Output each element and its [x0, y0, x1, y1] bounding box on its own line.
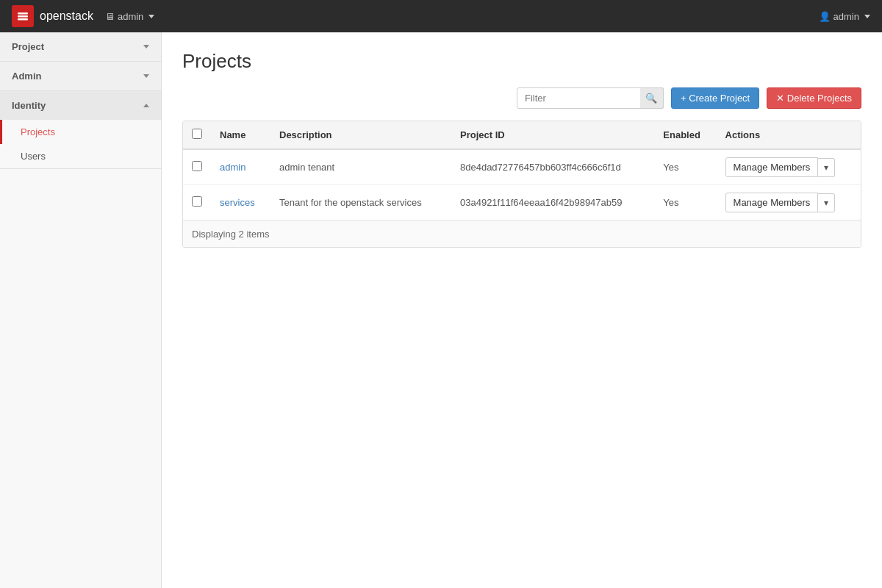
- delete-projects-label: ✕ Delete Projects: [776, 93, 852, 104]
- manage-members-button-0[interactable]: Manage Members: [725, 157, 819, 177]
- delete-projects-button[interactable]: ✕ Delete Projects: [767, 87, 861, 109]
- sidebar-section-admin-header[interactable]: Admin: [0, 62, 161, 90]
- row-checkbox-1[interactable]: [192, 196, 202, 207]
- filter-search-button[interactable]: 🔍: [640, 87, 664, 109]
- top-navbar: openstack 🖥 admin 👤 admin: [0, 0, 882, 32]
- row-checkbox-0[interactable]: [192, 161, 202, 171]
- identity-section-caret-icon: [143, 104, 149, 107]
- row-checkbox-cell: [183, 185, 211, 220]
- brand: openstack: [12, 5, 93, 27]
- action-group: Manage Members ▾: [725, 157, 852, 177]
- navbar-admin-label: admin: [118, 11, 143, 22]
- user-menu[interactable]: 👤 admin: [819, 11, 870, 22]
- svg-rect-3: [18, 18, 28, 21]
- sidebar-item-projects[interactable]: Projects: [0, 120, 161, 144]
- main-layout: Project Admin Identity Projects Users Pr…: [0, 32, 882, 588]
- admin-menu-caret-icon: [148, 15, 154, 18]
- create-project-button[interactable]: + Create Project: [671, 87, 759, 109]
- row-actions-cell: Manage Members ▾: [717, 185, 861, 220]
- table-header-description: Description: [270, 121, 451, 149]
- navbar-left: openstack 🖥 admin: [12, 5, 154, 27]
- main-content: Projects 🔍 + Create Project ✕ Delete Pro…: [162, 32, 882, 588]
- project-name-link-1[interactable]: services: [220, 197, 255, 208]
- row-description-cell: admin tenant: [270, 149, 451, 185]
- row-project-id-cell: 03a4921f11f64eeaa16f42b98947ab59: [451, 185, 654, 220]
- manage-members-dropdown-button-1[interactable]: ▾: [818, 193, 835, 212]
- footer-text: Displaying 2 items: [192, 229, 270, 240]
- projects-table-wrap: Name Description Project ID Enabled Acti…: [182, 121, 861, 248]
- sidebar-section-identity: Identity Projects Users: [0, 91, 161, 169]
- table-header-name: Name: [211, 121, 270, 149]
- action-group: Manage Members ▾: [725, 193, 852, 212]
- user-menu-caret-icon: [864, 15, 870, 18]
- table-row: admin admin tenant 8de4dad72776457bb603f…: [183, 149, 861, 185]
- manage-members-dropdown-button-0[interactable]: ▾: [818, 158, 835, 177]
- table-header-checkbox: [183, 121, 211, 149]
- sidebar-identity-label: Identity: [12, 100, 46, 111]
- monitor-icon: 🖥: [105, 11, 115, 22]
- filter-input-wrap: 🔍: [517, 87, 664, 109]
- select-all-checkbox[interactable]: [192, 129, 202, 139]
- page-title: Projects: [182, 50, 861, 73]
- row-actions-cell: Manage Members ▾: [717, 149, 861, 185]
- toolbar: 🔍 + Create Project ✕ Delete Projects: [182, 87, 861, 109]
- table-header-project-id: Project ID: [451, 121, 654, 149]
- sidebar-section-admin: Admin: [0, 62, 161, 91]
- create-project-label: + Create Project: [681, 93, 750, 104]
- admin-section-caret-icon: [143, 74, 149, 78]
- manage-members-button-1[interactable]: Manage Members: [725, 193, 819, 212]
- row-checkbox-cell: [183, 149, 211, 185]
- project-section-caret-icon: [143, 45, 149, 49]
- brand-name-label: openstack: [40, 10, 93, 23]
- user-menu-label: admin: [833, 11, 859, 22]
- table-row: services Tenant for the openstack servic…: [183, 185, 861, 220]
- search-icon: 🔍: [645, 93, 657, 104]
- sidebar-item-users[interactable]: Users: [0, 144, 161, 168]
- row-enabled-cell: Yes: [654, 185, 716, 220]
- sidebar-project-label: Project: [12, 41, 44, 52]
- table-footer: Displaying 2 items: [183, 220, 861, 247]
- sidebar-section-project-header[interactable]: Project: [0, 32, 161, 61]
- sidebar-section-project: Project: [0, 32, 161, 62]
- row-project-id-cell: 8de4dad72776457bb603ff4c666c6f1d: [451, 149, 654, 185]
- row-name-cell: admin: [211, 149, 270, 185]
- table-header-actions: Actions: [717, 121, 861, 149]
- project-name-link-0[interactable]: admin: [220, 162, 245, 173]
- sidebar: Project Admin Identity Projects Users: [0, 32, 162, 588]
- sidebar-section-identity-header[interactable]: Identity: [0, 91, 161, 120]
- brand-logo: [12, 5, 34, 27]
- table-header-enabled: Enabled: [654, 121, 716, 149]
- svg-rect-2: [18, 15, 28, 18]
- sidebar-admin-label: Admin: [12, 71, 41, 82]
- openstack-logo-icon: [15, 9, 30, 24]
- navbar-admin-dropdown[interactable]: 🖥 admin: [105, 11, 154, 22]
- row-name-cell: services: [211, 185, 270, 220]
- user-icon: 👤: [819, 11, 831, 22]
- projects-table: Name Description Project ID Enabled Acti…: [183, 121, 861, 220]
- svg-rect-1: [18, 12, 28, 15]
- table-header-row: Name Description Project ID Enabled Acti…: [183, 121, 861, 149]
- row-description-cell: Tenant for the openstack services: [270, 185, 451, 220]
- row-enabled-cell: Yes: [654, 149, 716, 185]
